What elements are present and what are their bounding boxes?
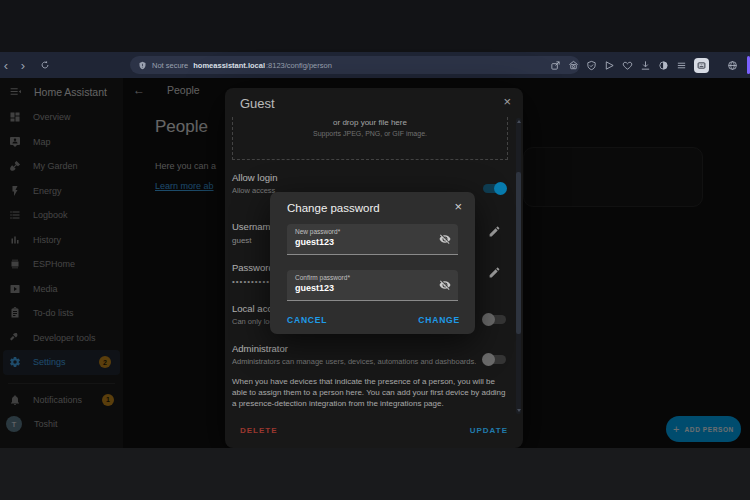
favorites-heart-icon[interactable] <box>622 60 633 71</box>
reading-mode-icon[interactable] <box>658 60 669 71</box>
screen: ‹ › Not secure homeassistant.local :8123… <box>0 0 750 500</box>
new-password-field[interactable]: New password* guest123 <box>287 224 458 255</box>
download-icon[interactable] <box>640 60 651 71</box>
cancel-button[interactable]: CANCEL <box>287 315 327 325</box>
visibility-off-icon[interactable] <box>439 233 451 245</box>
share-icon[interactable] <box>550 60 561 71</box>
close-icon[interactable]: × <box>454 200 462 213</box>
visibility-off-icon[interactable] <box>439 279 451 291</box>
change-password-title: Change password <box>287 202 380 214</box>
screenshot-icon[interactable] <box>568 60 579 71</box>
browser-action-icons <box>550 52 738 78</box>
reload-icon[interactable] <box>34 59 56 72</box>
home-assistant-app: Home Assistant Overview Map My Garden En… <box>0 78 750 448</box>
profile-avatar[interactable] <box>694 58 709 73</box>
url-path: :8123/config/person <box>266 61 332 70</box>
shield-check-icon[interactable] <box>586 60 597 71</box>
security-label: Not secure <box>152 61 188 70</box>
change-button[interactable]: CHANGE <box>418 315 460 325</box>
new-password-label: New password* <box>295 228 450 235</box>
browser-toolbar: ‹ › Not secure homeassistant.local :8123… <box>0 52 750 78</box>
new-password-value: guest123 <box>295 237 450 247</box>
letterbox-bottom <box>0 448 750 500</box>
confirm-password-field[interactable]: Confirm password* guest123 <box>287 270 458 301</box>
send-icon[interactable] <box>604 60 615 71</box>
confirm-password-value: guest123 <box>295 283 450 293</box>
change-password-dialog: Change password × New password* guest123… <box>270 192 475 334</box>
forward-icon[interactable]: › <box>12 59 34 72</box>
url-host: homeassistant.local <box>193 61 265 70</box>
back-icon[interactable]: ‹ <box>0 59 12 72</box>
confirm-password-label: Confirm password* <box>295 274 450 281</box>
globe-icon[interactable] <box>727 60 738 71</box>
menu-icon[interactable] <box>676 60 687 71</box>
not-secure-shield-icon <box>138 61 147 70</box>
address-bar[interactable]: Not secure homeassistant.local :8123/con… <box>130 56 580 74</box>
